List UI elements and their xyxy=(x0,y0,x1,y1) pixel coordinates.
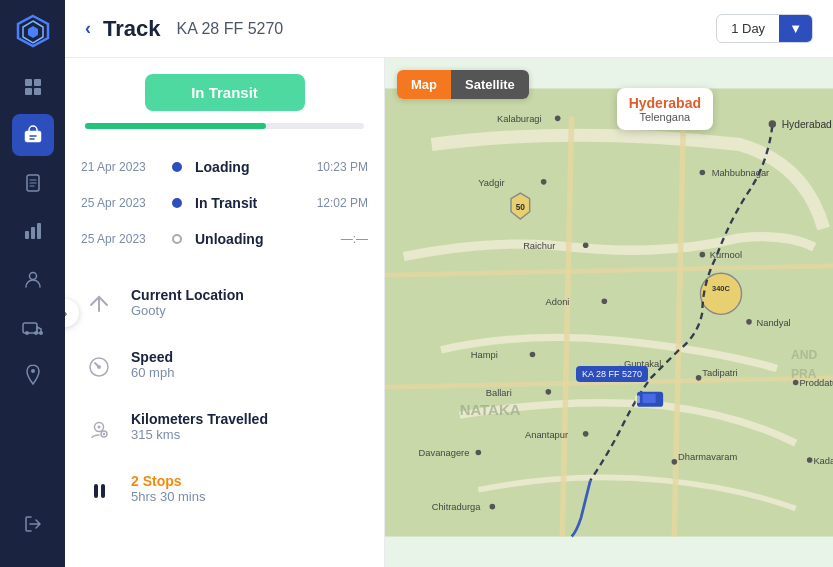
vehicle-badge: KA 28 FF 5270 xyxy=(576,366,648,382)
progress-bar xyxy=(85,123,364,129)
timeline-event-intransit: In Transit xyxy=(195,195,307,211)
timeline-dot-loading xyxy=(169,162,185,172)
timeline-date-intransit: 25 Apr 2023 xyxy=(81,196,159,210)
timeline-date-unloading: 25 Apr 2023 xyxy=(81,232,159,246)
expand-panel-button[interactable]: › xyxy=(65,299,79,327)
svg-marker-2 xyxy=(28,26,38,38)
info-card-km: Kilometers Travelled 315 kms xyxy=(81,405,368,453)
svg-rect-4 xyxy=(34,79,41,86)
timeline-time-unloading: —:— xyxy=(341,232,368,246)
timeline-dot-intransit xyxy=(169,198,185,208)
svg-rect-31 xyxy=(643,394,656,403)
svg-text:Adoni: Adoni xyxy=(546,297,570,307)
svg-text:Kadapa: Kadapa xyxy=(813,456,833,466)
sidebar-item-reports[interactable] xyxy=(12,210,54,252)
svg-rect-6 xyxy=(34,88,41,95)
svg-point-32 xyxy=(769,120,776,127)
svg-point-66 xyxy=(490,504,496,510)
info-stops-value: 5hrs 30 mins xyxy=(131,489,205,504)
svg-text:Raichur: Raichur xyxy=(523,241,555,251)
timeline-event-loading: Loading xyxy=(195,159,307,175)
svg-text:Ballari: Ballari xyxy=(486,388,512,398)
svg-point-34 xyxy=(555,116,561,122)
timeline-time-loading: 10:23 PM xyxy=(317,160,368,174)
info-speed-value: 60 mph xyxy=(131,365,174,380)
info-card-stops: 2 Stops 5hrs 30 mins xyxy=(81,467,368,515)
info-location-title: Current Location xyxy=(131,287,244,303)
left-panel: › In Transit 21 Apr 2023 Loading 10:23 P… xyxy=(65,58,385,567)
map-toggle: Map Satellite xyxy=(397,70,529,99)
info-card-location: Current Location Gooty xyxy=(81,281,368,329)
info-location-value: Gooty xyxy=(131,303,244,318)
sidebar-item-locations[interactable] xyxy=(12,354,54,396)
svg-text:50: 50 xyxy=(516,202,526,212)
map-toggle-map[interactable]: Map xyxy=(397,70,451,99)
sidebar-item-documents[interactable] xyxy=(12,162,54,204)
svg-text:Dharmavaram: Dharmavaram xyxy=(678,452,737,462)
sidebar-item-logout[interactable] xyxy=(12,503,54,545)
info-km-title: Kilometers Travelled xyxy=(131,411,268,427)
info-km-value: 315 kms xyxy=(131,427,268,442)
svg-text:Kalaburagi: Kalaburagi xyxy=(497,114,542,124)
map-svg: 340C 50 Hyderabad Kalaburagi Yadgir xyxy=(385,58,833,567)
main-content: ‹ Track KA 28 FF 5270 1 Day ▼ › In Trans… xyxy=(65,0,833,567)
sidebar-item-shipments[interactable] xyxy=(12,114,54,156)
svg-point-12 xyxy=(29,273,36,280)
svg-point-56 xyxy=(696,375,702,381)
timeline-item-loading: 21 Apr 2023 Loading 10:23 PM xyxy=(81,149,368,185)
svg-point-64 xyxy=(807,457,813,463)
svg-rect-9 xyxy=(25,231,29,239)
svg-text:Anantapur: Anantapur xyxy=(525,430,568,440)
svg-rect-5 xyxy=(25,88,32,95)
hyderabad-popup: Hyderabad Telengana xyxy=(617,88,713,130)
sidebar-item-fleet[interactable] xyxy=(12,306,54,348)
speed-icon xyxy=(81,349,117,385)
back-button[interactable]: ‹ xyxy=(85,18,91,39)
popup-state: Telengana xyxy=(629,111,701,123)
progress-bar-fill xyxy=(85,123,266,129)
day-selector-dropdown[interactable]: ▼ xyxy=(779,15,812,42)
popup-city: Hyderabad xyxy=(629,95,701,111)
svg-text:Hyderabad: Hyderabad xyxy=(782,119,832,130)
svg-point-21 xyxy=(98,426,101,429)
day-selector[interactable]: 1 Day ▼ xyxy=(716,14,813,43)
svg-point-16 xyxy=(39,331,43,335)
svg-point-25 xyxy=(700,273,741,314)
svg-point-48 xyxy=(530,352,536,358)
info-card-speed: Speed 60 mph xyxy=(81,343,368,391)
svg-point-62 xyxy=(672,459,678,465)
map-toggle-satellite[interactable]: Satellite xyxy=(451,70,529,99)
svg-text:Mahbubnagar: Mahbubnagar xyxy=(712,168,770,178)
svg-text:NATAKA: NATAKA xyxy=(460,401,521,418)
km-icon xyxy=(81,411,117,447)
svg-text:Tadipatri: Tadipatri xyxy=(702,368,737,378)
svg-text:AND: AND xyxy=(791,348,818,362)
pause-icon xyxy=(81,473,117,509)
svg-text:340C: 340C xyxy=(712,284,730,293)
svg-rect-30 xyxy=(635,396,640,403)
svg-text:Nandyal: Nandyal xyxy=(756,318,790,328)
svg-point-44 xyxy=(602,299,608,305)
sidebar-item-users[interactable] xyxy=(12,258,54,300)
svg-point-36 xyxy=(541,179,547,185)
info-speed-title: Speed xyxy=(131,349,174,365)
day-selector-label: 1 Day xyxy=(717,15,779,42)
svg-text:Davanagere: Davanagere xyxy=(419,448,470,458)
map-area: Map Satellite Hyderabad Telengana KA 28 … xyxy=(385,58,833,567)
sidebar-item-dashboard[interactable] xyxy=(12,66,54,108)
svg-text:Chitradurga: Chitradurga xyxy=(432,502,482,512)
location-icon xyxy=(81,287,117,323)
svg-text:Yadgir: Yadgir xyxy=(478,178,504,188)
svg-rect-10 xyxy=(31,227,35,239)
back-icon: ‹ xyxy=(85,18,91,39)
timeline-event-unloading: Unloading xyxy=(195,231,331,247)
info-stops-title: 2 Stops xyxy=(131,473,205,489)
svg-point-50 xyxy=(546,389,552,395)
svg-point-40 xyxy=(583,243,589,249)
svg-point-15 xyxy=(34,331,38,335)
timeline-dot-unloading xyxy=(169,234,185,244)
timeline-date-loading: 21 Apr 2023 xyxy=(81,160,159,174)
body-area: › In Transit 21 Apr 2023 Loading 10:23 P… xyxy=(65,58,833,567)
svg-point-54 xyxy=(583,431,589,437)
svg-text:Hampi: Hampi xyxy=(471,350,498,360)
